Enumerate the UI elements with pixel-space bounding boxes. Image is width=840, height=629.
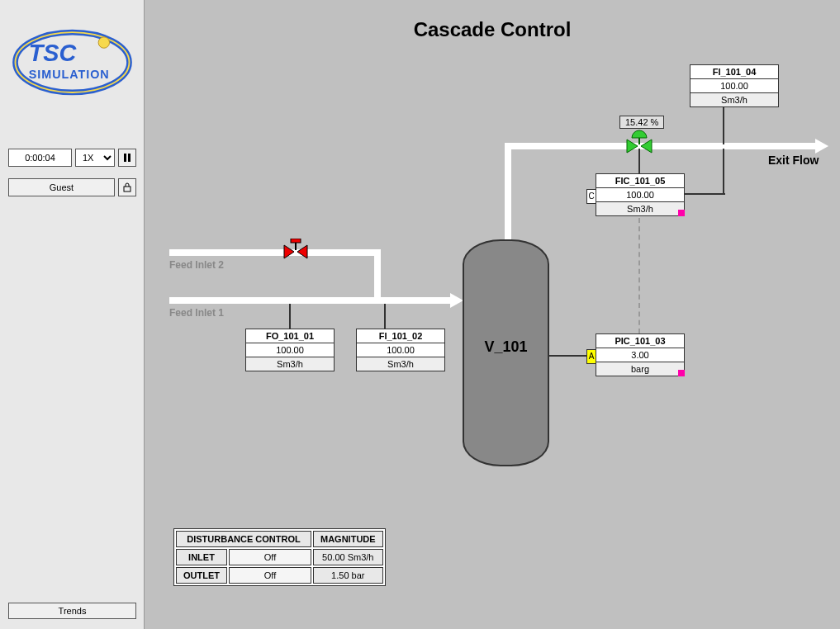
- svg-rect-8: [291, 239, 301, 243]
- trends-button[interactable]: Trends: [8, 603, 136, 619]
- instr-value: 100.00: [246, 343, 334, 357]
- valve-exit[interactable]: [625, 130, 653, 158]
- pause-icon: [124, 154, 131, 162]
- instr-unit: Sm3/h: [246, 357, 334, 371]
- dist-row-inlet: INLET: [176, 549, 227, 565]
- disturbance-table: DISTURBANCE CONTROL MAGNITUDE INLET Off …: [173, 528, 386, 586]
- sim-time-display: 0:00:04: [8, 149, 72, 167]
- valve-output-percent: 15.42 %: [619, 116, 664, 129]
- mode-badge-cascade: C: [586, 189, 596, 204]
- cascade-link: [638, 218, 640, 333]
- vessel-label: V_101: [463, 338, 549, 356]
- pipe-feed-join: [374, 249, 381, 300]
- instr-tag: FO_101_01: [246, 329, 334, 343]
- label-feed1: Feed Inlet 1: [169, 307, 224, 319]
- instrument-fi-101-02[interactable]: FI_101_02 100.00 Sm3/h: [356, 329, 445, 371]
- arrow-feed-in: [450, 293, 463, 308]
- dist-header-control: DISTURBANCE CONTROL: [176, 531, 311, 547]
- svg-marker-11: [641, 140, 652, 153]
- instr-tag: FI_101_04: [691, 65, 778, 79]
- dist-inlet-toggle[interactable]: Off: [229, 549, 311, 565]
- lock-button[interactable]: [118, 178, 136, 196]
- instr-unit: Sm3/h: [691, 93, 778, 106]
- user-display[interactable]: Guest: [8, 178, 115, 196]
- svg-marker-7: [297, 245, 307, 258]
- vessel-v101[interactable]: V_101: [463, 239, 549, 466]
- dist-row-outlet: OUTLET: [176, 567, 227, 584]
- instr-value: 100.00: [596, 188, 684, 202]
- instr-unit: Sm3/h: [596, 202, 684, 215]
- line-fi04-h: [684, 193, 725, 195]
- line-fo01: [289, 304, 291, 329]
- svg-marker-10: [627, 140, 638, 153]
- page-title: Cascade Control: [145, 18, 840, 41]
- sidebar: TSC SIMULATION 0:00:04 1X Guest Trends: [0, 0, 145, 629]
- dist-outlet-toggle[interactable]: Off: [229, 567, 311, 584]
- dist-inlet-mag: 50.00 Sm3/h: [313, 549, 383, 565]
- instr-tag: FI_101_02: [357, 329, 444, 343]
- instrument-fi-101-04[interactable]: FI_101_04 100.00 Sm3/h: [690, 64, 779, 107]
- svg-text:TSC: TSC: [29, 40, 78, 66]
- alarm-corner: [678, 370, 685, 376]
- svg-point-2: [98, 37, 109, 48]
- line-fi04-v2: [723, 149, 724, 193]
- pause-button[interactable]: [118, 149, 136, 167]
- pipe-vessel-up: [505, 143, 511, 242]
- dist-header-mag: MAGNITUDE: [313, 531, 383, 547]
- dist-outlet-mag: 1.50 bar: [313, 567, 383, 584]
- instr-tag: FIC_101_05: [596, 174, 684, 188]
- pipe-feed2: [169, 249, 377, 256]
- mode-badge-auto: A: [586, 349, 596, 364]
- arrow-exit: [815, 139, 828, 154]
- pipe-exit: [505, 143, 815, 149]
- instrument-pic-101-03[interactable]: A PIC_101_03 3.00 barg: [596, 333, 685, 376]
- instr-unit: Sm3/h: [357, 357, 444, 371]
- svg-text:SIMULATION: SIMULATION: [29, 68, 110, 81]
- valve-feed2[interactable]: [282, 239, 309, 265]
- valve-icon-red: [282, 239, 309, 262]
- svg-rect-5: [124, 187, 131, 192]
- pipe-feed1: [169, 297, 450, 304]
- svg-marker-6: [284, 245, 294, 258]
- valve-icon-green: [625, 130, 653, 154]
- lock-icon: [122, 182, 132, 192]
- instrument-fic-101-05[interactable]: C FIC_101_05 100.00 Sm3/h: [596, 173, 685, 216]
- instr-value: 3.00: [596, 348, 684, 362]
- logo-tsc-simulation: TSC SIMULATION: [8, 15, 136, 110]
- instr-value: 100.00: [357, 343, 444, 357]
- label-feed2: Feed Inlet 2: [169, 259, 224, 271]
- instr-value: 100.00: [691, 79, 778, 93]
- alarm-corner: [678, 210, 685, 216]
- instr-tag: PIC_101_03: [596, 334, 684, 348]
- line-fi02: [384, 304, 386, 329]
- instrument-fo-101-01[interactable]: FO_101_01 100.00 Sm3/h: [245, 329, 335, 371]
- speed-select[interactable]: 1X: [75, 149, 115, 167]
- instr-unit: barg: [596, 362, 684, 376]
- label-exit: Exit Flow: [768, 154, 819, 167]
